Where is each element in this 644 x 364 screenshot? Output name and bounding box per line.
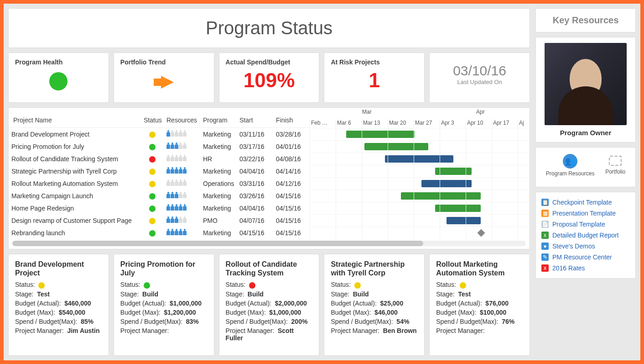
detail-card[interactable]: Strategic Partnership with Tyrell Corp S… [324,254,425,356]
health-indicator-icon [49,72,68,90]
detail-max: Budget (Max): $1,200,000 [120,309,208,316]
detail-card[interactable]: Rollout Marketing Automation System Stat… [429,254,530,356]
detail-actual: Budget (Actual): $2,000,000 [226,300,313,307]
person-icon [175,142,178,149]
kpi-spend[interactable]: Actual Spend/Budget 109% [219,53,320,103]
link-portfolio[interactable]: Portfolio [605,154,625,177]
file-icon: ✎ [541,253,549,261]
table-row[interactable]: Brand Development Project Marketing 03/1… [9,128,310,140]
gantt-header: Mar Apr Feb …Mar 6Mar 13Mar 20Mar 27Apr … [310,108,530,128]
table-row[interactable]: Pricing Promotion for July Marketing 03/… [9,140,310,153]
detail-actual: Budget (Actual): $1,000,000 [120,300,208,307]
person-icon [175,179,178,186]
gantt-month-label: Apr [476,109,485,115]
kpi-row: Program Health Portfolio Trend Actual Sp… [8,53,530,103]
gantt-row [310,227,530,239]
status-dot-icon [144,282,150,289]
detail-card[interactable]: Rollout of Candidate Tracking System Sta… [219,254,320,356]
th-program[interactable]: Program [200,115,237,126]
detail-ratio: Spend / Budget(Max): 54% [331,318,418,325]
person-icon [166,229,170,235]
detail-stage: Stage: Build [120,290,208,298]
detail-status: Status: [436,281,523,288]
link-program-resources[interactable]: 👥 Program Resources [546,154,595,177]
th-finish[interactable]: Finish [273,115,310,126]
th-name[interactable]: Project Name [9,115,141,126]
table-row[interactable]: Strategic Partnership with Tyrell Corp M… [9,165,310,177]
cell-finish: 04/15/16 [273,228,310,237]
cell-name: Marketing Campaign Launch [9,191,141,200]
program-owner-card[interactable]: Program Owner [535,37,636,142]
side-title: Key Resources [542,15,629,26]
kpi-trend-label: Portfolio Trend [120,58,208,66]
table-row[interactable]: Rollout of Candidate Tracking System HR … [9,153,310,165]
detail-title: Brand Development Project [15,260,102,277]
person-icon [175,167,178,174]
th-start[interactable]: Start [237,115,273,126]
template-link[interactable]: ● Steve's Demos [541,241,630,252]
gantt-bar[interactable] [346,131,415,138]
updated-date: 03/10/16 [436,63,523,79]
detail-card[interactable]: Pricing Promotion for July Status: Stage… [114,254,214,356]
cell-finish: 04/15/16 [273,204,310,213]
cell-name: Home Page Redesign [9,204,141,213]
person-icon [171,204,174,211]
gantt-tick: Mar 13 [362,119,388,128]
template-label: Steve's Demos [552,243,595,250]
gantt-milestone-icon[interactable] [478,229,485,237]
gantt-bar[interactable] [401,192,481,200]
cell-program: Marketing [200,228,237,237]
status-dot-icon [149,156,156,163]
gantt-row [310,140,530,153]
person-icon [166,216,170,223]
cell-start: 04/15/16 [237,228,273,237]
detail-title: Pricing Promotion for July [120,260,208,277]
owner-label: Program Owner [541,129,630,137]
kpi-health[interactable]: Program Health [8,53,109,103]
gantt-row [310,128,530,140]
template-label: Checkpoint Template [552,199,612,206]
horizontal-scrollbar[interactable] [12,241,526,246]
th-resources[interactable]: Resources [164,115,200,126]
table-row[interactable]: Marketing Campaign Launch Marketing 03/2… [9,190,310,202]
table-row[interactable]: Home Page Redesign Marketing 04/04/16 04… [9,202,310,214]
kpi-updated: 03/10/16 Last Updated On [429,53,530,103]
cell-start: 04/04/16 [237,167,273,176]
gantt-bar[interactable] [447,217,481,224]
template-link[interactable]: x 2016 Rates [541,263,630,274]
cell-name: Rollout Marketing Automation System [9,179,141,188]
template-link[interactable]: ✎ PM Resource Center [541,252,630,263]
kpi-risk[interactable]: At Risk Projects 1 [324,53,425,103]
gantt-bar[interactable] [421,180,472,187]
template-link[interactable]: ▦ Presentation Template [541,208,630,219]
gantt-bar[interactable] [435,205,481,212]
detail-card[interactable]: Brand Development Project Status: Stage:… [8,254,109,356]
quick-links-card: 👥 Program Resources Portfolio [535,147,636,187]
people-icon: 👥 [563,154,577,169]
template-link[interactable]: x Detailed Budget Report [541,230,630,241]
th-status[interactable]: Status [141,115,164,126]
template-list: 📋 Checkpoint Template ▦ Presentation Tem… [535,192,636,279]
gantt-bar[interactable] [435,168,472,175]
table-row[interactable]: Design revamp of Customer Support Page P… [9,214,310,227]
link-label: Portfolio [605,169,625,175]
person-icon [179,179,182,186]
gantt-row [310,165,530,177]
table-row[interactable]: Rebranding launch Marketing 04/15/16 04/… [9,227,310,239]
cell-finish: 04/15/16 [273,191,310,200]
cell-finish: 04/15/16 [273,216,310,225]
status-dot-icon [149,169,156,175]
gantt-bar[interactable] [385,155,453,163]
updated-label: Last Updated On [436,79,523,85]
gantt-bar[interactable] [364,143,428,150]
table-row[interactable]: Rollout Marketing Automation System Oper… [9,177,310,190]
template-link[interactable]: 📄 Proposal Template [541,219,630,230]
cell-program: Marketing [200,191,237,200]
template-link[interactable]: 📋 Checkpoint Template [541,197,630,208]
gantt-body[interactable] [310,128,530,239]
detail-stage: Stage: Test [436,290,523,298]
detail-pm: Project Manager: Jim Austin [15,327,102,334]
kpi-trend[interactable]: Portfolio Trend [114,53,214,103]
status-dot-icon [149,181,156,187]
detail-stage: Stage: Build [226,290,313,298]
